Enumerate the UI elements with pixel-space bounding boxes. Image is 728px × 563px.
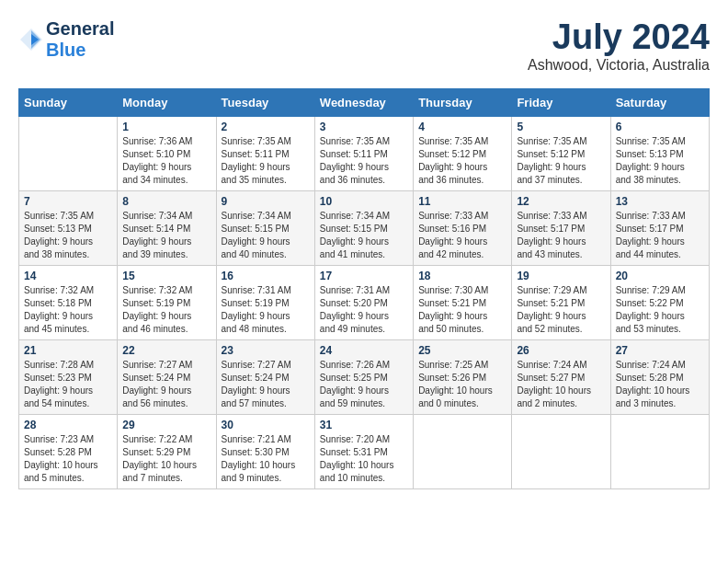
day-number: 15 <box>122 270 210 282</box>
calendar-cell: 9Sunrise: 7:34 AM Sunset: 5:15 PM Daylig… <box>216 190 314 265</box>
calendar-cell: 24Sunrise: 7:26 AM Sunset: 5:25 PM Dayli… <box>314 339 413 414</box>
calendar-cell: 3Sunrise: 7:35 AM Sunset: 5:11 PM Daylig… <box>314 116 413 190</box>
calendar-cell: 15Sunrise: 7:32 AM Sunset: 5:19 PM Dayli… <box>118 265 216 339</box>
calendar-cell: 25Sunrise: 7:25 AM Sunset: 5:26 PM Dayli… <box>414 339 512 414</box>
calendar-cell: 11Sunrise: 7:33 AM Sunset: 5:16 PM Dayli… <box>414 190 512 265</box>
calendar-cell: 20Sunrise: 7:29 AM Sunset: 5:22 PM Dayli… <box>610 265 709 339</box>
day-info: Sunrise: 7:34 AM Sunset: 5:15 PM Dayligh… <box>320 210 408 261</box>
calendar-cell: 6Sunrise: 7:35 AM Sunset: 5:13 PM Daylig… <box>610 116 709 190</box>
day-number: 22 <box>122 344 210 357</box>
calendar-cell: 29Sunrise: 7:22 AM Sunset: 5:29 PM Dayli… <box>118 414 216 488</box>
calendar-cell: 2Sunrise: 7:35 AM Sunset: 5:11 PM Daylig… <box>216 116 314 190</box>
month-title: July 2024 <box>528 18 710 57</box>
weekday-header-row: SundayMondayTuesdayWednesdayThursdayFrid… <box>19 88 710 116</box>
calendar-cell: 19Sunrise: 7:29 AM Sunset: 5:21 PM Dayli… <box>512 265 610 339</box>
page-header: General Blue July 2024 Ashwood, Victoria… <box>18 18 710 74</box>
calendar-cell: 7Sunrise: 7:35 AM Sunset: 5:13 PM Daylig… <box>19 190 118 265</box>
weekday-header-friday: Friday <box>512 88 610 116</box>
day-number: 17 <box>320 270 408 282</box>
calendar-cell: 1Sunrise: 7:36 AM Sunset: 5:10 PM Daylig… <box>118 116 216 190</box>
calendar-cell <box>610 414 709 488</box>
day-number: 14 <box>24 270 112 282</box>
calendar-cell: 10Sunrise: 7:34 AM Sunset: 5:15 PM Dayli… <box>314 190 413 265</box>
day-number: 21 <box>24 344 112 357</box>
day-info: Sunrise: 7:21 AM Sunset: 5:30 PM Dayligh… <box>222 433 310 485</box>
day-number: 20 <box>616 270 704 282</box>
calendar-cell: 18Sunrise: 7:30 AM Sunset: 5:21 PM Dayli… <box>414 265 512 339</box>
day-info: Sunrise: 7:33 AM Sunset: 5:17 PM Dayligh… <box>517 210 605 261</box>
day-info: Sunrise: 7:20 AM Sunset: 5:31 PM Dayligh… <box>320 433 408 485</box>
day-number: 29 <box>122 419 210 431</box>
day-number: 27 <box>616 344 704 357</box>
weekday-header-monday: Monday <box>118 88 216 116</box>
day-number: 31 <box>320 419 408 431</box>
calendar-cell: 23Sunrise: 7:27 AM Sunset: 5:24 PM Dayli… <box>216 339 314 414</box>
day-info: Sunrise: 7:35 AM Sunset: 5:12 PM Dayligh… <box>517 135 605 187</box>
weekday-header-tuesday: Tuesday <box>216 88 314 116</box>
day-info: Sunrise: 7:35 AM Sunset: 5:12 PM Dayligh… <box>418 135 506 187</box>
day-info: Sunrise: 7:24 AM Sunset: 5:28 PM Dayligh… <box>616 359 704 410</box>
day-number: 2 <box>222 121 310 133</box>
day-info: Sunrise: 7:30 AM Sunset: 5:21 PM Dayligh… <box>418 284 506 336</box>
weekday-header-saturday: Saturday <box>610 88 709 116</box>
location: Ashwood, Victoria, Australia <box>528 57 710 74</box>
calendar-week-4: 21Sunrise: 7:28 AM Sunset: 5:23 PM Dayli… <box>19 339 710 414</box>
day-info: Sunrise: 7:23 AM Sunset: 5:28 PM Dayligh… <box>24 433 112 485</box>
calendar-cell: 21Sunrise: 7:28 AM Sunset: 5:23 PM Dayli… <box>19 339 118 414</box>
calendar-cell: 26Sunrise: 7:24 AM Sunset: 5:27 PM Dayli… <box>512 339 610 414</box>
logo-text: General Blue <box>46 18 114 61</box>
day-info: Sunrise: 7:29 AM Sunset: 5:21 PM Dayligh… <box>517 284 605 336</box>
calendar-cell: 28Sunrise: 7:23 AM Sunset: 5:28 PM Dayli… <box>19 414 118 488</box>
day-info: Sunrise: 7:32 AM Sunset: 5:18 PM Dayligh… <box>24 284 112 336</box>
day-info: Sunrise: 7:32 AM Sunset: 5:19 PM Dayligh… <box>122 284 210 336</box>
day-number: 16 <box>222 270 310 282</box>
day-number: 1 <box>122 121 210 133</box>
day-number: 28 <box>24 419 112 431</box>
calendar-cell: 31Sunrise: 7:20 AM Sunset: 5:31 PM Dayli… <box>314 414 413 488</box>
day-number: 3 <box>320 121 408 133</box>
day-info: Sunrise: 7:27 AM Sunset: 5:24 PM Dayligh… <box>122 359 210 410</box>
calendar-cell: 16Sunrise: 7:31 AM Sunset: 5:19 PM Dayli… <box>216 265 314 339</box>
day-info: Sunrise: 7:33 AM Sunset: 5:17 PM Dayligh… <box>616 210 704 261</box>
day-number: 12 <box>517 195 605 208</box>
day-number: 24 <box>320 344 408 357</box>
day-number: 10 <box>320 195 408 208</box>
calendar-week-5: 28Sunrise: 7:23 AM Sunset: 5:28 PM Dayli… <box>19 414 710 488</box>
calendar-cell: 30Sunrise: 7:21 AM Sunset: 5:30 PM Dayli… <box>216 414 314 488</box>
day-info: Sunrise: 7:35 AM Sunset: 5:11 PM Dayligh… <box>222 135 310 187</box>
weekday-header-wednesday: Wednesday <box>314 88 413 116</box>
calendar-cell: 12Sunrise: 7:33 AM Sunset: 5:17 PM Dayli… <box>512 190 610 265</box>
day-number: 9 <box>222 195 310 208</box>
calendar-week-2: 7Sunrise: 7:35 AM Sunset: 5:13 PM Daylig… <box>19 190 710 265</box>
calendar-cell: 27Sunrise: 7:24 AM Sunset: 5:28 PM Dayli… <box>610 339 709 414</box>
day-info: Sunrise: 7:25 AM Sunset: 5:26 PM Dayligh… <box>418 359 506 410</box>
day-number: 19 <box>517 270 605 282</box>
calendar-cell <box>512 414 610 488</box>
calendar-week-3: 14Sunrise: 7:32 AM Sunset: 5:18 PM Dayli… <box>19 265 710 339</box>
day-info: Sunrise: 7:34 AM Sunset: 5:14 PM Dayligh… <box>122 210 210 261</box>
day-info: Sunrise: 7:27 AM Sunset: 5:24 PM Dayligh… <box>222 359 310 410</box>
day-info: Sunrise: 7:35 AM Sunset: 5:13 PM Dayligh… <box>616 135 704 187</box>
day-info: Sunrise: 7:26 AM Sunset: 5:25 PM Dayligh… <box>320 359 408 410</box>
logo-icon <box>18 27 44 52</box>
day-info: Sunrise: 7:29 AM Sunset: 5:22 PM Dayligh… <box>616 284 704 336</box>
day-number: 4 <box>418 121 506 133</box>
day-number: 5 <box>517 121 605 133</box>
day-number: 7 <box>24 195 112 208</box>
calendar-cell <box>19 116 118 190</box>
day-number: 26 <box>517 344 605 357</box>
weekday-header-sunday: Sunday <box>19 88 118 116</box>
day-info: Sunrise: 7:33 AM Sunset: 5:16 PM Dayligh… <box>418 210 506 261</box>
day-info: Sunrise: 7:35 AM Sunset: 5:11 PM Dayligh… <box>320 135 408 187</box>
day-info: Sunrise: 7:31 AM Sunset: 5:20 PM Dayligh… <box>320 284 408 336</box>
day-info: Sunrise: 7:36 AM Sunset: 5:10 PM Dayligh… <box>122 135 210 187</box>
calendar-cell: 4Sunrise: 7:35 AM Sunset: 5:12 PM Daylig… <box>414 116 512 190</box>
calendar-cell: 8Sunrise: 7:34 AM Sunset: 5:14 PM Daylig… <box>118 190 216 265</box>
day-info: Sunrise: 7:35 AM Sunset: 5:13 PM Dayligh… <box>24 210 112 261</box>
day-info: Sunrise: 7:28 AM Sunset: 5:23 PM Dayligh… <box>24 359 112 410</box>
day-number: 23 <box>222 344 310 357</box>
calendar-cell: 17Sunrise: 7:31 AM Sunset: 5:20 PM Dayli… <box>314 265 413 339</box>
calendar-table: SundayMondayTuesdayWednesdayThursdayFrid… <box>18 88 710 489</box>
day-number: 18 <box>418 270 506 282</box>
day-number: 25 <box>418 344 506 357</box>
